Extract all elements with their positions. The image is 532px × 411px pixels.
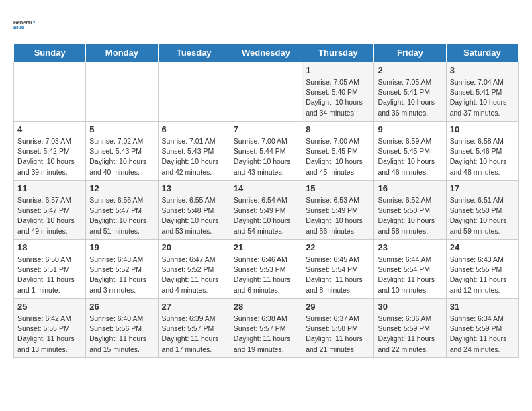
calendar-body: 1Sunrise: 7:05 AM Sunset: 5:40 PM Daylig… — [14, 62, 519, 358]
calendar-row: 11Sunrise: 6:57 AM Sunset: 5:47 PM Dayli… — [14, 181, 519, 240]
day-info: Sunrise: 6:53 AM Sunset: 5:49 PM Dayligh… — [306, 195, 370, 236]
day-info: Sunrise: 6:39 AM Sunset: 5:57 PM Dayligh… — [162, 314, 226, 355]
day-info: Sunrise: 6:42 AM Sunset: 5:55 PM Dayligh… — [17, 314, 82, 355]
day-number: 29 — [306, 302, 370, 312]
calendar-cell: 4Sunrise: 7:03 AM Sunset: 5:42 PM Daylig… — [14, 122, 86, 181]
day-number: 22 — [306, 242, 370, 253]
day-info: Sunrise: 6:52 AM Sunset: 5:50 PM Dayligh… — [378, 195, 442, 236]
calendar-cell — [230, 62, 302, 122]
header-day: Sunday — [14, 44, 86, 62]
day-number: 28 — [234, 302, 298, 312]
day-number: 21 — [234, 242, 298, 253]
calendar-header: SundayMondayTuesdayWednesdayThursdayFrid… — [14, 44, 519, 62]
day-number: 15 — [306, 183, 370, 193]
day-info: Sunrise: 7:05 AM Sunset: 5:41 PM Dayligh… — [378, 77, 442, 118]
header-day: Saturday — [446, 44, 518, 62]
day-info: Sunrise: 6:46 AM Sunset: 5:53 PM Dayligh… — [234, 255, 298, 295]
header-day: Wednesday — [230, 44, 302, 62]
day-number: 20 — [162, 242, 226, 253]
calendar-cell: 17Sunrise: 6:51 AM Sunset: 5:50 PM Dayli… — [446, 181, 518, 240]
day-number: 31 — [450, 302, 515, 312]
day-info: Sunrise: 6:58 AM Sunset: 5:46 PM Dayligh… — [450, 136, 515, 177]
day-number: 3 — [450, 65, 515, 75]
day-info: Sunrise: 6:54 AM Sunset: 5:49 PM Dayligh… — [234, 195, 298, 236]
day-info: Sunrise: 6:43 AM Sunset: 5:55 PM Dayligh… — [450, 255, 515, 295]
day-info: Sunrise: 6:44 AM Sunset: 5:54 PM Dayligh… — [378, 255, 442, 295]
calendar-cell: 18Sunrise: 6:50 AM Sunset: 5:51 PM Dayli… — [14, 240, 86, 299]
day-number: 24 — [450, 242, 515, 253]
day-info: Sunrise: 7:05 AM Sunset: 5:40 PM Dayligh… — [306, 77, 370, 118]
day-info: Sunrise: 6:48 AM Sunset: 5:52 PM Dayligh… — [89, 255, 154, 295]
day-info: Sunrise: 6:38 AM Sunset: 5:57 PM Dayligh… — [234, 314, 298, 355]
day-number: 5 — [89, 124, 154, 134]
calendar-cell: 26Sunrise: 6:40 AM Sunset: 5:56 PM Dayli… — [86, 299, 158, 358]
day-info: Sunrise: 7:01 AM Sunset: 5:43 PM Dayligh… — [162, 136, 226, 177]
day-info: Sunrise: 6:47 AM Sunset: 5:52 PM Dayligh… — [162, 255, 226, 295]
calendar-cell: 13Sunrise: 6:55 AM Sunset: 5:48 PM Dayli… — [158, 181, 230, 240]
day-number: 23 — [378, 242, 442, 253]
svg-text:Blue: Blue — [13, 24, 24, 30]
day-number: 1 — [306, 65, 370, 75]
calendar-cell — [158, 62, 230, 122]
day-info: Sunrise: 6:56 AM Sunset: 5:47 PM Dayligh… — [89, 195, 154, 236]
day-info: Sunrise: 6:50 AM Sunset: 5:51 PM Dayligh… — [17, 255, 82, 295]
calendar-cell: 7Sunrise: 7:00 AM Sunset: 5:44 PM Daylig… — [230, 122, 302, 181]
day-number: 10 — [450, 124, 515, 134]
header-day: Thursday — [302, 44, 374, 62]
day-number: 26 — [89, 302, 154, 312]
day-number: 25 — [17, 302, 82, 312]
calendar-cell: 21Sunrise: 6:46 AM Sunset: 5:53 PM Dayli… — [230, 240, 302, 299]
calendar-cell: 6Sunrise: 7:01 AM Sunset: 5:43 PM Daylig… — [158, 122, 230, 181]
day-info: Sunrise: 6:55 AM Sunset: 5:48 PM Dayligh… — [162, 195, 226, 236]
day-info: Sunrise: 6:34 AM Sunset: 5:59 PM Dayligh… — [450, 314, 515, 355]
day-number: 27 — [162, 302, 226, 312]
day-number: 19 — [89, 242, 154, 253]
day-number: 9 — [378, 124, 442, 134]
header-day: Friday — [374, 44, 446, 62]
calendar-cell: 29Sunrise: 6:37 AM Sunset: 5:58 PM Dayli… — [302, 299, 374, 358]
day-info: Sunrise: 7:02 AM Sunset: 5:43 PM Dayligh… — [89, 136, 154, 177]
calendar-row: 25Sunrise: 6:42 AM Sunset: 5:55 PM Dayli… — [14, 299, 519, 358]
day-info: Sunrise: 7:00 AM Sunset: 5:45 PM Dayligh… — [306, 136, 370, 177]
day-info: Sunrise: 7:00 AM Sunset: 5:44 PM Dayligh… — [234, 136, 298, 177]
header-row: SundayMondayTuesdayWednesdayThursdayFrid… — [14, 44, 519, 62]
header-day: Monday — [86, 44, 158, 62]
day-number: 18 — [17, 242, 82, 253]
day-number: 17 — [450, 183, 515, 193]
calendar-cell: 28Sunrise: 6:38 AM Sunset: 5:57 PM Dayli… — [230, 299, 302, 358]
calendar-cell: 16Sunrise: 6:52 AM Sunset: 5:50 PM Dayli… — [374, 181, 446, 240]
day-info: Sunrise: 6:37 AM Sunset: 5:58 PM Dayligh… — [306, 314, 370, 355]
day-info: Sunrise: 7:04 AM Sunset: 5:41 PM Dayligh… — [450, 77, 515, 118]
calendar-cell: 9Sunrise: 6:59 AM Sunset: 5:45 PM Daylig… — [374, 122, 446, 181]
calendar-row: 18Sunrise: 6:50 AM Sunset: 5:51 PM Dayli… — [14, 240, 519, 299]
calendar-cell: 19Sunrise: 6:48 AM Sunset: 5:52 PM Dayli… — [86, 240, 158, 299]
calendar-cell: 8Sunrise: 7:00 AM Sunset: 5:45 PM Daylig… — [302, 122, 374, 181]
day-number: 30 — [378, 302, 442, 312]
calendar-cell: 1Sunrise: 7:05 AM Sunset: 5:40 PM Daylig… — [302, 62, 374, 122]
day-info: Sunrise: 6:59 AM Sunset: 5:45 PM Dayligh… — [378, 136, 442, 177]
calendar-cell: 2Sunrise: 7:05 AM Sunset: 5:41 PM Daylig… — [374, 62, 446, 122]
svg-marker-2 — [34, 20, 35, 24]
day-info: Sunrise: 6:51 AM Sunset: 5:50 PM Dayligh… — [450, 195, 515, 236]
day-number: 13 — [162, 183, 226, 193]
calendar-cell: 20Sunrise: 6:47 AM Sunset: 5:52 PM Dayli… — [158, 240, 230, 299]
day-number: 16 — [378, 183, 442, 193]
calendar-cell: 24Sunrise: 6:43 AM Sunset: 5:55 PM Dayli… — [446, 240, 518, 299]
calendar-cell: 12Sunrise: 6:56 AM Sunset: 5:47 PM Dayli… — [86, 181, 158, 240]
day-number: 11 — [17, 183, 82, 193]
calendar-cell — [86, 62, 158, 122]
calendar-cell: 10Sunrise: 6:58 AM Sunset: 5:46 PM Dayli… — [446, 122, 518, 181]
calendar-cell: 3Sunrise: 7:04 AM Sunset: 5:41 PM Daylig… — [446, 62, 518, 122]
calendar-cell — [14, 62, 86, 122]
day-info: Sunrise: 6:40 AM Sunset: 5:56 PM Dayligh… — [89, 314, 154, 355]
day-number: 2 — [378, 65, 442, 75]
calendar-row: 1Sunrise: 7:05 AM Sunset: 5:40 PM Daylig… — [14, 62, 519, 122]
calendar-row: 4Sunrise: 7:03 AM Sunset: 5:42 PM Daylig… — [14, 122, 519, 181]
day-number: 12 — [89, 183, 154, 193]
day-number: 7 — [234, 124, 298, 134]
day-number: 14 — [234, 183, 298, 193]
calendar-cell: 23Sunrise: 6:44 AM Sunset: 5:54 PM Dayli… — [374, 240, 446, 299]
day-info: Sunrise: 6:45 AM Sunset: 5:54 PM Dayligh… — [306, 255, 370, 295]
day-number: 8 — [306, 124, 370, 134]
calendar-table: SundayMondayTuesdayWednesdayThursdayFrid… — [13, 43, 519, 358]
